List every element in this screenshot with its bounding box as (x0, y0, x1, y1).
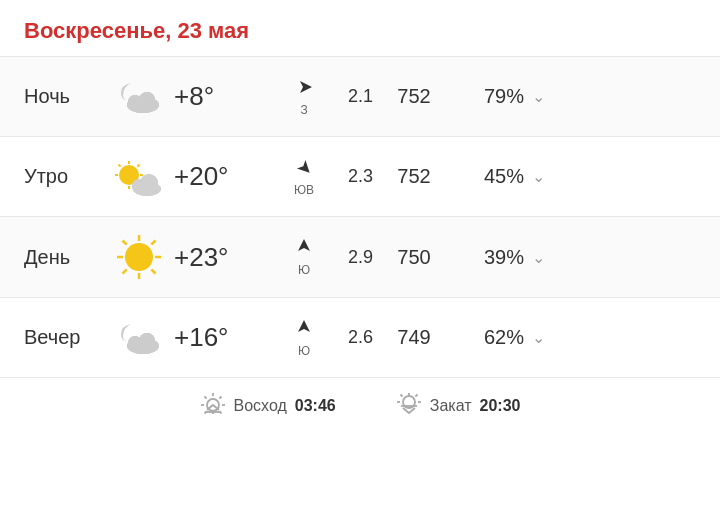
time-label: Вечер (24, 326, 104, 349)
page-title: Воскресенье, 23 мая (24, 18, 696, 44)
svg-marker-20 (297, 159, 314, 176)
wind-arrow-icon (294, 157, 314, 181)
sunrise-label: Восход (234, 397, 287, 415)
weather-icon (104, 318, 174, 358)
weather-icon (104, 155, 174, 199)
svg-line-43 (204, 397, 206, 399)
wind-direction: Ю (298, 344, 310, 358)
svg-point-36 (139, 333, 155, 349)
sunset-label: Закат (430, 397, 472, 415)
expand-chevron[interactable]: ⌄ (532, 87, 545, 106)
wind-arrow-dir: Ю (264, 318, 344, 358)
expand-chevron[interactable]: ⌄ (532, 167, 545, 186)
sunrise-icon (200, 392, 226, 419)
temperature: +16° (174, 322, 264, 353)
footer: Восход 03:46 Закат 20:30 (0, 377, 720, 433)
sunrise-time: 03:46 (295, 397, 336, 415)
wind-arrow-icon (294, 318, 314, 342)
svg-line-12 (119, 164, 121, 166)
wind-speed: 2.6 (348, 327, 373, 348)
pressure: 750 (374, 246, 454, 269)
wind-direction: З (300, 103, 307, 117)
wind-speed: 2.3 (348, 166, 373, 187)
temperature: +23° (174, 242, 264, 273)
svg-point-5 (139, 92, 155, 108)
wind-direction: ЮВ (294, 183, 314, 197)
time-label: Ночь (24, 85, 104, 108)
wind-speed: 2.9 (348, 247, 373, 268)
weather-icon (104, 77, 174, 117)
svg-line-52 (400, 395, 402, 397)
weather-row-morning: Утро +20° ЮВ 2.3 752 45% ⌄ (0, 136, 720, 216)
svg-marker-30 (298, 239, 310, 251)
temperature: +20° (174, 161, 264, 192)
time-label: День (24, 246, 104, 269)
svg-point-21 (125, 243, 153, 271)
sunset-time: 20:30 (480, 397, 521, 415)
svg-line-13 (137, 164, 139, 166)
svg-marker-6 (300, 81, 312, 93)
wind-arrow-dir: ЮВ (264, 157, 344, 197)
humidity: 79% (454, 85, 524, 108)
weather-rows: Ночь +8° З 2.1 752 79% ⌄ Утро (0, 56, 720, 377)
wind-arrow-dir: Ю (264, 237, 344, 277)
wind-block: Ю 2.9 (264, 237, 374, 277)
pressure: 752 (374, 85, 454, 108)
expand-chevron[interactable]: ⌄ (532, 248, 545, 267)
temperature: +8° (174, 81, 264, 112)
header: Воскресенье, 23 мая (0, 0, 720, 56)
wind-block: Ю 2.6 (264, 318, 374, 358)
svg-line-44 (219, 397, 221, 399)
pressure: 749 (374, 326, 454, 349)
weather-row-day: День +23° Ю 2.9 750 39% ⌄ (0, 216, 720, 297)
wind-block: ЮВ 2.3 (264, 157, 374, 197)
svg-marker-37 (298, 320, 310, 332)
wind-block: З 2.1 (264, 77, 374, 117)
humidity: 45% (454, 165, 524, 188)
wind-arrow-icon (294, 77, 314, 101)
sunset-item: Закат 20:30 (396, 392, 521, 419)
svg-line-53 (415, 395, 417, 397)
svg-line-26 (123, 241, 127, 245)
sunset-icon (396, 392, 422, 419)
svg-line-27 (151, 241, 155, 245)
svg-line-28 (123, 269, 127, 273)
time-label: Утро (24, 165, 104, 188)
expand-chevron[interactable]: ⌄ (532, 328, 545, 347)
svg-point-19 (140, 174, 158, 192)
weather-icon (104, 231, 174, 283)
weather-row-night: Ночь +8° З 2.1 752 79% ⌄ (0, 56, 720, 136)
weather-container: Воскресенье, 23 мая Ночь +8° З 2.1 752 7… (0, 0, 720, 520)
wind-arrow-dir: З (264, 77, 344, 117)
weather-row-evening: Вечер +16° Ю 2.6 749 62% ⌄ (0, 297, 720, 377)
svg-line-29 (151, 269, 155, 273)
pressure: 752 (374, 165, 454, 188)
humidity: 62% (454, 326, 524, 349)
sunrise-item: Восход 03:46 (200, 392, 336, 419)
wind-direction: Ю (298, 263, 310, 277)
humidity: 39% (454, 246, 524, 269)
wind-speed: 2.1 (348, 86, 373, 107)
wind-arrow-icon (294, 237, 314, 261)
